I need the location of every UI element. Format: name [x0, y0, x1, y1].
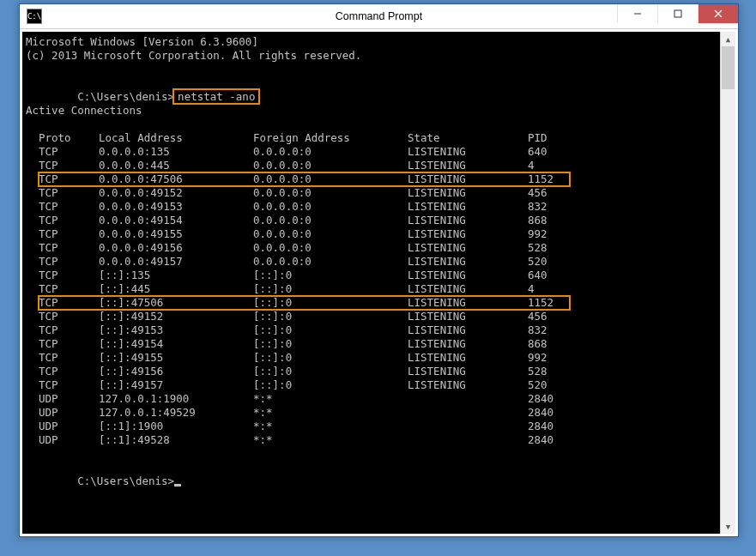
cell-local: 0.0.0.0:49152 — [99, 186, 253, 200]
table-row: TCP0.0.0.0:475060.0.0.0:0LISTENING1152 — [26, 172, 717, 186]
titlebar[interactable]: C:\ Command Prompt — [20, 4, 738, 29]
cell-proto: TCP — [39, 255, 99, 269]
cell-pid: 868 — [528, 337, 596, 351]
minimize-button[interactable] — [617, 4, 657, 23]
prompt-path: C:\Users\denis> — [77, 474, 174, 487]
terminal-output[interactable]: Microsoft Windows [Version 6.3.9600] (c)… — [22, 32, 720, 534]
cell-pid: 456 — [528, 186, 596, 200]
table-row: TCP[::]:49152[::]:0LISTENING456 — [26, 310, 717, 323]
cell-foreign: *:* — [253, 406, 408, 420]
cell-proto: TCP — [39, 200, 99, 214]
cell-local: 0.0.0.0:47506 — [99, 172, 253, 186]
scroll-track[interactable] — [721, 46, 735, 519]
cell-proto: TCP — [39, 365, 99, 378]
cell-pid: 520 — [528, 255, 596, 269]
prompt-line: C:\Users\denis>netstat -ano — [26, 76, 717, 90]
cell-pid: 832 — [528, 323, 596, 337]
cell-state: LISTENING — [408, 255, 528, 269]
table-row: TCP[::]:49157[::]:0LISTENING520 — [26, 378, 717, 392]
table-row: TCP[::]:47506[::]:0LISTENING1152 — [26, 296, 717, 310]
cell-state: LISTENING — [408, 282, 528, 296]
cell-proto: TCP — [39, 337, 99, 351]
cell-state: LISTENING — [408, 159, 528, 172]
scrollbar[interactable]: ▲ ▼ — [720, 32, 735, 534]
cell-proto: UDP — [39, 406, 99, 420]
cell-pid: 4 — [528, 282, 596, 296]
table-row: TCP[::]:49154[::]:0LISTENING868 — [26, 337, 717, 351]
cell-local: [::]:49156 — [99, 365, 253, 378]
table-row: TCP0.0.0.0:491560.0.0.0:0LISTENING528 — [26, 241, 717, 255]
cell-pid: 1152 — [528, 296, 596, 310]
cell-pid: 2840 — [528, 433, 596, 447]
cell-proto: TCP — [39, 296, 99, 310]
prompt-line: C:\Users\denis> — [26, 461, 717, 474]
table-row: TCP0.0.0.0:491520.0.0.0:0LISTENING456 — [26, 186, 717, 200]
cell-local: [::]:49154 — [99, 337, 253, 351]
table-header: Proto Local Address Foreign Address Stat… — [26, 131, 717, 145]
cell-local: 0.0.0.0:49156 — [99, 241, 253, 255]
cell-proto: TCP — [39, 186, 99, 200]
cell-foreign: [::]:0 — [253, 310, 408, 323]
svg-rect-1 — [674, 10, 681, 17]
cell-foreign: *:* — [253, 433, 408, 447]
cell-foreign: 0.0.0.0:0 — [253, 255, 408, 269]
cell-state: LISTENING — [408, 296, 528, 310]
table-row: UDP[::1]:49528*:*2840 — [26, 433, 717, 447]
cell-foreign: 0.0.0.0:0 — [253, 200, 408, 214]
cell-foreign: 0.0.0.0:0 — [253, 241, 408, 255]
cell-local: 127.0.0.1:49529 — [99, 406, 253, 420]
table-row: TCP[::]:135[::]:0LISTENING640 — [26, 269, 717, 282]
table-body: TCP0.0.0.0:1350.0.0.0:0LISTENING640TCP0.… — [26, 145, 717, 447]
table-row: TCP0.0.0.0:1350.0.0.0:0LISTENING640 — [26, 145, 717, 159]
scroll-thumb[interactable] — [722, 46, 735, 89]
blank-line — [26, 63, 717, 76]
cell-local: [::1]:1900 — [99, 420, 253, 433]
cell-proto: TCP — [39, 310, 99, 323]
col-state: State — [408, 131, 528, 145]
command-prompt-window: C:\ Command Prompt Microsoft Windows [Ve… — [19, 3, 739, 537]
table-row: TCP[::]:49156[::]:0LISTENING528 — [26, 365, 717, 378]
cell-pid: 2840 — [528, 406, 596, 420]
window-controls — [617, 4, 738, 23]
cell-foreign: [::]:0 — [253, 365, 408, 378]
table-row: TCP0.0.0.0:491530.0.0.0:0LISTENING832 — [26, 200, 717, 214]
section-title: Active Connections — [26, 104, 717, 118]
cell-pid: 868 — [528, 214, 596, 227]
col-local: Local Address — [99, 131, 253, 145]
cell-proto: UDP — [39, 392, 99, 406]
cell-local: 127.0.0.1:1900 — [99, 392, 253, 406]
cell-local: [::]:135 — [99, 269, 253, 282]
cell-state: LISTENING — [408, 365, 528, 378]
cell-foreign: 0.0.0.0:0 — [253, 159, 408, 172]
cell-state: LISTENING — [408, 145, 528, 159]
cell-local: 0.0.0.0:49155 — [99, 227, 253, 241]
cell-pid: 2840 — [528, 392, 596, 406]
scroll-down-icon[interactable]: ▼ — [721, 519, 735, 534]
cell-pid: 2840 — [528, 420, 596, 433]
cell-pid: 4 — [528, 159, 596, 172]
cell-foreign: 0.0.0.0:0 — [253, 227, 408, 241]
scroll-up-icon[interactable]: ▲ — [721, 32, 735, 46]
cell-local: [::]:49153 — [99, 323, 253, 337]
cell-local: [::]:49155 — [99, 351, 253, 365]
cell-foreign: [::]:0 — [253, 378, 408, 392]
cell-proto: TCP — [39, 172, 99, 186]
terminal-area: Microsoft Windows [Version 6.3.9600] (c)… — [20, 29, 738, 536]
cell-pid: 456 — [528, 310, 596, 323]
cell-foreign: *:* — [253, 392, 408, 406]
cell-state: LISTENING — [408, 241, 528, 255]
blank-line — [26, 90, 717, 104]
cell-proto: TCP — [39, 323, 99, 337]
cell-local: [::]:49152 — [99, 310, 253, 323]
cell-foreign: [::]:0 — [253, 269, 408, 282]
close-button[interactable] — [698, 4, 738, 23]
maximize-button[interactable] — [657, 4, 698, 23]
table-row: TCP0.0.0.0:491540.0.0.0:0LISTENING868 — [26, 214, 717, 227]
cmd-icon: C:\ — [27, 9, 42, 24]
cell-pid: 992 — [528, 351, 596, 365]
cell-state: LISTENING — [408, 200, 528, 214]
cell-pid: 520 — [528, 378, 596, 392]
cell-foreign: 0.0.0.0:0 — [253, 214, 408, 227]
cell-local: 0.0.0.0:49157 — [99, 255, 253, 269]
cell-local: [::]:445 — [99, 282, 253, 296]
